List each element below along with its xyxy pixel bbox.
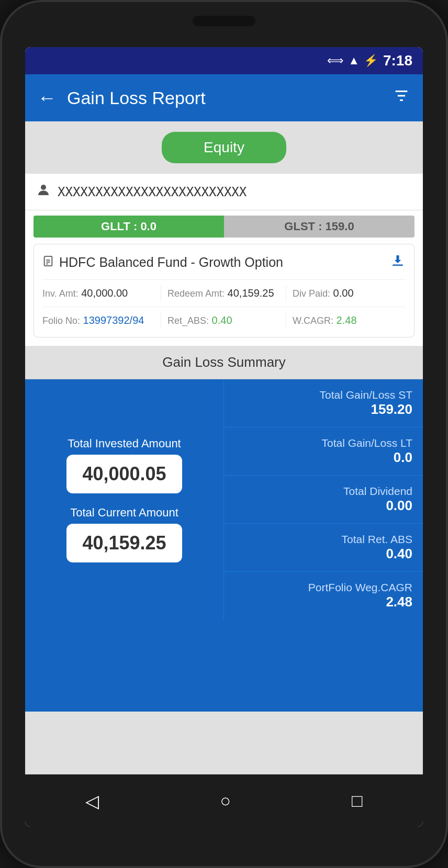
summary-right-item-4: PortFolio Weg.CAGR 2.48 — [224, 572, 423, 619]
signal-icon: ▲ — [348, 54, 360, 67]
summary-header: Gain Loss Summary — [25, 346, 423, 379]
total-invested-box: 40,000.05 — [66, 455, 182, 493]
right-value-0: 159.20 — [371, 401, 412, 418]
right-value-2: 0.00 — [386, 498, 412, 514]
connectivity-icon: ⟺ — [327, 54, 344, 67]
app-bar: ← Gain Loss Report — [25, 74, 423, 121]
summary-right-item-2: Total Dividend 0.00 — [224, 476, 423, 524]
div-paid-label: Div Paid: — [293, 288, 330, 299]
folio-value[interactable]: 13997392/94 — [83, 314, 144, 326]
status-bar: ⟺ ▲ ⚡ 7:18 — [25, 47, 423, 74]
wcagr-label: W.CAGR: — [293, 315, 333, 326]
user-icon — [36, 182, 51, 201]
div-paid-value: 0.00 — [333, 287, 354, 299]
inv-amt-value: 40,000.00 — [81, 287, 128, 299]
redeem-label: Redeem Amt: — [167, 288, 225, 299]
status-icons: ⟺ ▲ ⚡ — [327, 54, 378, 67]
wcagr-value: 2.48 — [337, 314, 357, 326]
summary-right-item-0: Total Gain/Loss ST 159.20 — [224, 379, 423, 427]
user-row: XXXXXXXXXXXXXXXXXXXXXXXXX — [25, 174, 423, 210]
fund-card-header: HDFC Balanced Fund - Growth Option — [42, 253, 406, 272]
summary-right: Total Gain/Loss ST 159.20 Total Gain/Los… — [224, 379, 423, 619]
content-area: Equity XXXXXXXXXXXXXXXXXXXXXXXXX GLLT : … — [25, 121, 423, 774]
summary-section: Gain Loss Summary Total Invested Amount … — [25, 346, 423, 712]
right-label-3: Total Ret. ABS — [342, 533, 412, 546]
total-current-group: Total Current Amount 40,159.25 — [66, 506, 182, 562]
folio-cell: Folio No: 13997392/94 — [42, 312, 161, 329]
bottom-area — [25, 712, 423, 774]
filter-button[interactable] — [393, 87, 410, 109]
inv-amt-label: Inv. Amt: — [42, 288, 79, 299]
fund-card: HDFC Balanced Fund - Growth Option I — [33, 244, 415, 337]
glst-label: GLST : 159.0 — [224, 216, 415, 238]
right-value-1: 0.0 — [394, 449, 412, 466]
total-invested-label: Total Invested Amount — [66, 437, 182, 450]
page-title: Gain Loss Report — [67, 88, 393, 108]
home-nav-button[interactable]: ○ — [204, 785, 247, 816]
fund-details-row-2: Folio No: 13997392/94 Ret_ABS: 0.40 W.CA… — [42, 307, 406, 329]
summary-body: Total Invested Amount 40,000.05 Total Cu… — [25, 379, 423, 619]
fund-details-row-1: Inv. Amt: 40,000.00 Redeem Amt: 40,159.2… — [42, 279, 406, 301]
user-name: XXXXXXXXXXXXXXXXXXXXXXXXX — [58, 185, 247, 199]
download-button[interactable] — [390, 253, 406, 272]
equity-section: Equity — [25, 121, 423, 174]
doc-icon — [42, 255, 54, 270]
equity-button[interactable]: Equity — [162, 132, 286, 163]
time-display: 7:18 — [383, 52, 412, 69]
inv-amt-cell: Inv. Amt: 40,000.00 — [42, 285, 161, 301]
phone-frame: ⟺ ▲ ⚡ 7:18 ← Gain Loss Report — [0, 0, 448, 868]
redeem-value: 40,159.25 — [228, 287, 274, 299]
div-paid-cell: Div Paid: 0.00 — [286, 285, 406, 301]
wcagr-cell: W.CAGR: 2.48 — [286, 312, 406, 329]
total-current-value: 40,159.25 — [82, 532, 166, 554]
fund-name: HDFC Balanced Fund - Growth Option — [42, 255, 283, 270]
right-label-4: PortFolio Weg.CAGR — [308, 581, 412, 594]
summary-right-item-3: Total Ret. ABS 0.40 — [224, 524, 423, 572]
nav-bar: ◁ ○ □ — [25, 774, 423, 827]
total-current-box: 40,159.25 — [66, 524, 182, 562]
right-label-2: Total Dividend — [343, 485, 412, 498]
ret-abs-cell: Ret_ABS: 0.40 — [161, 312, 286, 329]
summary-right-item-1: Total Gain/Loss LT 0.0 — [224, 427, 423, 476]
ret-abs-value: 0.40 — [212, 314, 232, 326]
fund-section: GLLT : 0.0 GLST : 159.0 — [25, 210, 423, 346]
right-value-4: 2.48 — [386, 594, 412, 610]
battery-icon: ⚡ — [364, 54, 378, 67]
back-nav-button[interactable]: ◁ — [70, 785, 115, 817]
svg-rect-8 — [393, 265, 403, 266]
svg-point-3 — [41, 185, 46, 190]
right-value-3: 0.40 — [386, 546, 412, 562]
gllt-label: GLLT : 0.0 — [33, 216, 224, 238]
recent-nav-button[interactable]: □ — [336, 785, 378, 816]
summary-left: Total Invested Amount 40,000.05 Total Cu… — [25, 379, 224, 619]
phone-screen: ⟺ ▲ ⚡ 7:18 ← Gain Loss Report — [25, 47, 423, 827]
right-label-0: Total Gain/Loss ST — [320, 389, 412, 401]
total-invested-group: Total Invested Amount 40,000.05 — [66, 437, 182, 493]
total-current-label: Total Current Amount — [66, 506, 182, 520]
redeem-amt-cell: Redeem Amt: 40,159.25 — [161, 285, 286, 301]
ret-abs-label: Ret_ABS: — [167, 315, 209, 326]
folio-label: Folio No: — [42, 315, 80, 326]
right-label-1: Total Gain/Loss LT — [321, 437, 412, 449]
back-button[interactable]: ← — [38, 87, 57, 109]
gl-bar: GLLT : 0.0 GLST : 159.0 — [33, 216, 415, 238]
camera-notch — [193, 16, 255, 26]
total-invested-value: 40,000.05 — [82, 463, 166, 484]
